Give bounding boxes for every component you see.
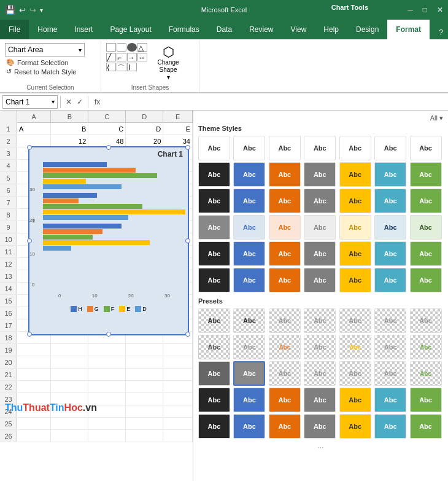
col-header-a[interactable]: A [17, 111, 51, 122]
preset-item[interactable]: Abc [374, 361, 406, 386]
style-item[interactable]: Abc [269, 162, 301, 187]
fx-label[interactable]: fx [91, 98, 104, 106]
redo-icon[interactable]: ↪ [29, 6, 36, 15]
style-item[interactable]: Abc [374, 136, 406, 160]
preset-item[interactable]: Abc [339, 414, 371, 439]
preset-item[interactable]: Abc [269, 414, 301, 439]
tab-file[interactable]: File [0, 20, 29, 39]
style-item[interactable]: Abc [233, 268, 265, 292]
cell[interactable] [88, 381, 126, 393]
cell[interactable]: 12 [51, 135, 88, 147]
cell[interactable] [126, 418, 163, 429]
style-item[interactable]: Abc [339, 241, 371, 266]
style-item[interactable]: Abc [304, 162, 336, 187]
preset-item[interactable]: Abc [233, 308, 265, 333]
all-btn[interactable]: All ▾ [430, 114, 443, 122]
table-row[interactable]: 25 [0, 418, 193, 430]
cell[interactable] [17, 430, 51, 442]
cell[interactable] [163, 418, 193, 429]
col-header-e[interactable]: E [163, 111, 193, 122]
table-row[interactable]: 26 [0, 430, 193, 442]
style-item[interactable]: Abc [269, 136, 301, 160]
preset-item[interactable]: Abc [198, 388, 230, 412]
style-item[interactable]: Abc [410, 215, 442, 240]
preset-item[interactable]: Abc [304, 308, 336, 333]
cell[interactable] [88, 344, 126, 356]
cell[interactable]: B [51, 123, 88, 135]
preset-item[interactable]: Abc [269, 308, 301, 333]
preset-item[interactable]: Abc [410, 335, 442, 359]
style-item[interactable]: Abc [304, 215, 336, 240]
style-item[interactable]: Abc [304, 268, 336, 292]
style-item[interactable]: Abc [339, 189, 371, 213]
preset-item[interactable]: Abc [410, 361, 442, 386]
cell[interactable] [163, 393, 193, 405]
help-icon[interactable]: ? [439, 28, 443, 37]
preset-item[interactable]: Abc [233, 361, 265, 386]
table-row[interactable]: 22 [0, 381, 193, 393]
cell[interactable] [51, 356, 88, 368]
cell[interactable] [163, 381, 193, 393]
preset-item[interactable]: Abc [233, 335, 265, 359]
preset-item[interactable]: Abc [233, 388, 265, 412]
handle-br[interactable] [185, 332, 190, 337]
preset-item[interactable]: Abc [304, 414, 336, 439]
shape-elbow[interactable]: ⌐ [117, 53, 126, 61]
tab-insert[interactable]: Insert [66, 20, 101, 39]
style-item[interactable]: Abc [198, 136, 230, 160]
style-item[interactable]: Abc [339, 136, 371, 160]
tab-format[interactable]: Format [387, 20, 430, 39]
tab-view[interactable]: View [282, 20, 315, 39]
style-item[interactable]: Abc [198, 162, 230, 187]
shape-line[interactable]: ╱ [106, 53, 116, 61]
formula-confirm-icon[interactable]: ✓ [77, 98, 83, 106]
preset-item[interactable]: Abc [198, 308, 230, 333]
reset-to-match-btn[interactable]: ↺ Reset to Match Style [5, 67, 96, 76]
style-item[interactable]: Abc [269, 268, 301, 292]
preset-item[interactable]: Abc [339, 335, 371, 359]
preset-item[interactable]: Abc [269, 388, 301, 412]
style-item[interactable]: Abc [269, 241, 301, 266]
style-item[interactable]: Abc [198, 189, 230, 213]
style-item[interactable]: Abc [269, 189, 301, 213]
col-header-b[interactable]: B [51, 111, 88, 122]
table-row[interactable]: 1ABCDE [0, 123, 193, 135]
formula-name-box[interactable]: Chart 1 ▾ [2, 95, 58, 109]
cell[interactable] [126, 393, 163, 405]
close-btn[interactable]: ✕ [437, 6, 443, 14]
style-item[interactable]: Abc [304, 136, 336, 160]
style-item[interactable]: Abc [410, 162, 442, 187]
maximize-btn[interactable]: □ [423, 6, 427, 14]
tab-formulas[interactable]: Formulas [160, 20, 208, 39]
change-shape-btn[interactable]: ⬡ ChangeShape ▾ [150, 43, 187, 83]
cell[interactable] [126, 405, 163, 417]
save-icon[interactable]: 💾 [5, 5, 15, 15]
style-item[interactable]: Abc [410, 189, 442, 213]
cell[interactable]: A [17, 123, 51, 135]
preset-item[interactable]: Abc [304, 388, 336, 412]
shape-bracket[interactable]: ⌒ [117, 63, 126, 71]
handle-tc[interactable] [106, 145, 111, 150]
preset-item[interactable]: Abc [269, 335, 301, 359]
cell[interactable] [126, 356, 163, 368]
style-item[interactable]: Abc [374, 162, 406, 187]
style-item[interactable]: Abc [339, 268, 371, 292]
preset-item[interactable]: Abc [339, 308, 371, 333]
dropdown-arrow-icon[interactable]: ▾ [79, 47, 82, 53]
cell[interactable] [126, 344, 163, 356]
tab-page-layout[interactable]: Page Layout [101, 20, 160, 39]
formula-cancel-icon[interactable]: ✕ [66, 98, 72, 106]
preset-item[interactable]: Abc [304, 335, 336, 359]
preset-item[interactable]: Abc [374, 308, 406, 333]
preset-item[interactable]: Abc [410, 414, 442, 439]
preset-item[interactable]: Abc [410, 308, 442, 333]
style-item[interactable]: Abc [410, 268, 442, 292]
style-item[interactable]: Abc [410, 241, 442, 266]
style-item[interactable]: Abc [233, 215, 265, 240]
shape-tri[interactable]: △ [137, 43, 147, 52]
table-row[interactable]: 20 [0, 356, 193, 369]
shape-rect[interactable] [106, 43, 116, 52]
style-item[interactable]: Abc [374, 268, 406, 292]
minimize-btn[interactable]: ─ [407, 6, 413, 14]
cell[interactable] [51, 369, 88, 380]
